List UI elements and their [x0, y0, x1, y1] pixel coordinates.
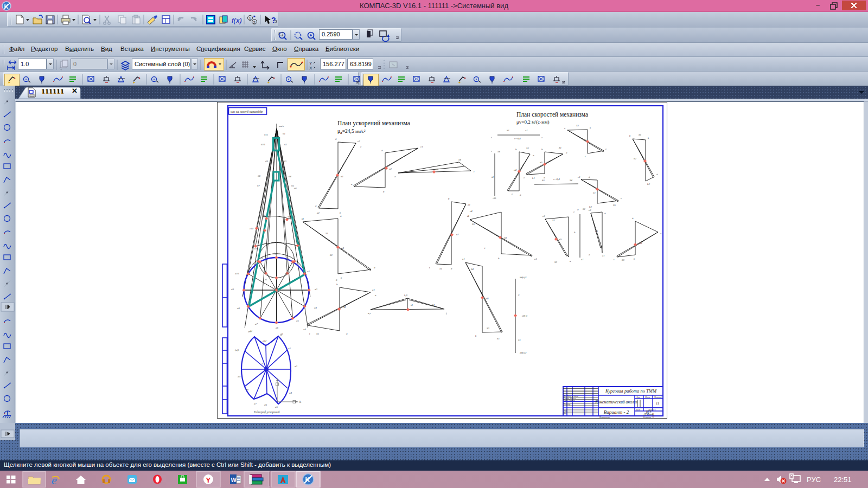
svg-text:Кинематический анализ: Кинематический анализ [595, 400, 637, 404]
svg-text:a2: a2 [317, 211, 320, 214]
svg-text:S3: S3 [487, 327, 489, 330]
svg-text:t4: t4 [411, 304, 413, 306]
svg-text:c2: c2 [358, 140, 360, 143]
svg-text:Н.контр.: Н.контр. [563, 403, 571, 406]
svg-text:b5: b5 [542, 179, 545, 182]
svg-text:a1: a1 [372, 288, 375, 291]
svg-text:п2: п2 [389, 168, 392, 170]
svg-text:22:51: 22:51 [834, 476, 852, 484]
svg-text:S1: S1 [326, 232, 328, 235]
svg-text:б8: б8 [258, 175, 260, 177]
svg-text:п5: п5 [540, 161, 542, 164]
svg-text:c1: c1 [462, 258, 465, 260]
svg-text:б9: б9 [265, 160, 268, 163]
svg-text:п8: п8 [504, 236, 507, 239]
svg-text:б11: б11 [264, 133, 268, 136]
svg-text:c1: c1 [420, 145, 423, 148]
svg-text:д1: д1 [288, 215, 290, 218]
svg-text:а8: а8 [237, 307, 240, 310]
svg-text:S4: S4 [458, 158, 461, 161]
svg-text:11: 11 [656, 401, 659, 406]
svg-text:п4: п4 [514, 169, 516, 171]
svg-text:x1: x1 [580, 258, 584, 261]
svg-text:мм/с: мм/с [278, 125, 284, 127]
svg-text:б7: б7 [257, 184, 260, 187]
svg-text:п1: п1 [341, 175, 343, 178]
svg-text:μv=0,2 м/(с·мм): μv=0,2 м/(с·мм) [516, 119, 549, 125]
svg-text:Пров. Петров: Пров. Петров [563, 400, 575, 402]
svg-text:c2: c2 [542, 215, 545, 217]
svg-text:b2: b2 [589, 206, 592, 208]
svg-text:а5: а5 [296, 319, 299, 322]
svg-text:s7: s7 [264, 272, 266, 274]
svg-text:а10: а10 [235, 272, 239, 275]
svg-text:S4: S4 [497, 150, 500, 153]
svg-text:План скоростей механизма: План скоростей механизма [516, 111, 588, 118]
svg-text:шц-за гвозуб карандбр: шц-за гвозуб карандбр [231, 110, 263, 113]
svg-text:b1: b1 [507, 129, 509, 132]
svg-text:S2: S2 [583, 208, 585, 210]
svg-text:S1: S1 [552, 219, 555, 222]
svg-text:а6: а6 [264, 403, 267, 406]
svg-text:п: п [437, 168, 438, 171]
svg-text:а5: а5 [275, 406, 278, 408]
svg-text:а9: а9 [231, 288, 234, 291]
svg-text:Курсовая работа по ТММ: Курсовая работа по ТММ [605, 388, 657, 394]
svg-text:b2: b2 [647, 183, 650, 185]
svg-text:e: e [52, 473, 57, 487]
svg-text:Годограф ускорений: Годограф ускорений [253, 410, 280, 414]
svg-text:S1: S1 [559, 146, 561, 149]
svg-text:План ускорений механизма: План ускорений механизма [337, 120, 410, 127]
svg-text:c1: c1 [525, 129, 528, 132]
svg-text:c4: c4 [303, 328, 306, 331]
svg-text:S2: S2 [330, 254, 333, 256]
svg-text:п11: п11 [639, 242, 642, 245]
svg-text:а7: а7 [255, 323, 258, 325]
svg-text:t4: t4 [492, 176, 494, 178]
svg-text:S1: S1 [439, 267, 442, 270]
svg-text:а9: а9 [238, 375, 240, 378]
svg-text:п1: п1 [584, 139, 586, 142]
svg-text:а4: а4 [314, 306, 317, 309]
svg-text:Вариант - 2: Вариант - 2 [604, 409, 629, 415]
svg-text:b1: b1 [532, 177, 535, 179]
svg-text:a1: a1 [534, 258, 537, 260]
svg-text:Зав.: Зав. [564, 412, 567, 414]
svg-text:б6: б6 [294, 187, 297, 190]
svg-text:а4: а4 [289, 391, 292, 394]
svg-text:п2: п2 [634, 157, 636, 160]
svg-text:W: W [231, 477, 237, 483]
svg-text:п6: п6 [595, 230, 598, 233]
svg-text:t4: t4 [467, 215, 469, 217]
svg-text:c1: c1 [602, 254, 605, 257]
svg-text:n1: n1 [497, 337, 500, 340]
svg-text:c4: c4 [470, 210, 473, 213]
svg-text:с3: с3 [298, 247, 301, 249]
svg-text:а1: а1 [286, 258, 289, 260]
svg-text:X: X [299, 400, 302, 403]
svg-text:Лит.: Лит. [636, 396, 640, 399]
svg-text:c2: c2 [589, 209, 591, 211]
svg-text:s5: s5 [285, 272, 288, 274]
svg-text:Y: Y [206, 476, 211, 484]
svg-text:с10: с10 [250, 227, 254, 230]
svg-text:РУС: РУС [807, 476, 821, 484]
svg-text:Масштаб: Масштаб [654, 396, 662, 399]
svg-text:S4: S4 [432, 304, 435, 306]
svg-text:а3: а3 [295, 365, 297, 368]
svg-text:•S5: •S5 [493, 197, 496, 200]
svg-text:с9: с9 [254, 247, 257, 250]
svg-text:S5: S5 [613, 204, 616, 207]
svg-text:б1: б1 [283, 132, 285, 135]
svg-text:б3: б3 [284, 160, 286, 163]
svg-text:z6: z6 [264, 278, 267, 281]
svg-text:S4: S4 [471, 268, 474, 271]
svg-text:(а)h: (а)h [235, 349, 240, 351]
svg-text:б10: б10 [261, 143, 265, 146]
svg-text:пII: пII [486, 297, 489, 300]
svg-text:S5: S5 [316, 332, 319, 335]
svg-text:S3: S3 [622, 259, 624, 261]
svg-text:сII: сII [263, 214, 266, 217]
svg-text:а6: а6 [276, 326, 278, 329]
svg-text:п7: п7 [456, 233, 459, 236]
